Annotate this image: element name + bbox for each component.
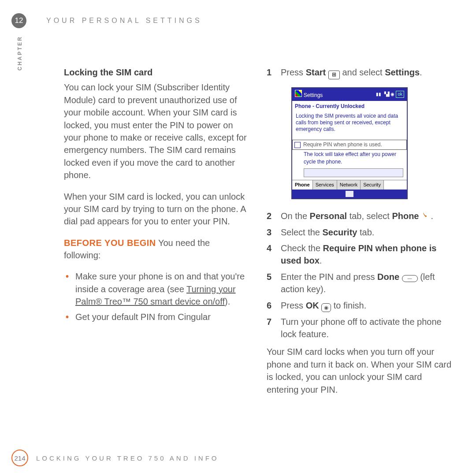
chapter-label: CHAPTER [17, 36, 23, 71]
device-body-text: Locking the SIM prevents all voice and d… [292, 110, 407, 136]
checkbox-icon [294, 142, 301, 148]
device-tab-phone: Phone [292, 180, 313, 190]
keyboard-icon [346, 191, 353, 197]
before-label: BEFORE YOU BEGIN [64, 238, 156, 248]
action-key-icon: — [402, 275, 418, 282]
signal-icon: ▮▮ ▝▟ ◉ [376, 91, 395, 97]
page-number: 214 [11, 450, 28, 466]
step-item: Enter the PIN and press Done — (left act… [267, 271, 452, 296]
start-icon: ⊞ [328, 71, 340, 79]
ok-softkey: ok [396, 91, 404, 98]
device-screenshot: Settings ▮▮ ▝▟ ◉ ok Phone - Currently Un… [291, 87, 408, 200]
step-item: Press OK ◉ to finish. [267, 299, 452, 312]
device-note: The lock will take effect after you powe… [292, 150, 407, 168]
step-item: Turn your phone off to activate the phon… [267, 316, 452, 341]
step-item: Press Start ⊞ and select Settings. Setti… [267, 66, 452, 199]
left-column: Locking the SIM card You can lock your S… [64, 66, 249, 436]
closing-paragraph: Your SIM card locks when you turn off yo… [267, 346, 452, 396]
section-heading: Locking the SIM card [64, 66, 249, 78]
device-tab-security: Security [361, 180, 384, 190]
windows-flag-icon [295, 90, 302, 97]
list-item: Get your default PIN from Cingular [64, 311, 249, 323]
paragraph: When your SIM card is locked, you can un… [64, 190, 249, 228]
step-item: Select the Security tab. [267, 226, 452, 238]
chapter-badge: 12 [11, 13, 26, 28]
device-tabs: Phone Services Network Security [292, 180, 407, 190]
step-item: Check the Require PIN when phone is used… [267, 242, 452, 267]
page-footer: 214 LOCKING YOUR TREO 750 AND INFO [11, 450, 219, 466]
running-head: YOUR PERSONAL SETTINGS [46, 17, 202, 25]
footer-text: LOCKING YOUR TREO 750 AND INFO [36, 454, 219, 462]
ok-key-icon: ◉ [321, 303, 331, 312]
before-you-begin: BEFORE YOU BEGIN You need the following: [64, 237, 249, 262]
device-disabled-input [304, 168, 403, 177]
phone-icon [421, 212, 428, 220]
paragraph: You can lock your SIM (Subscriber Identi… [64, 81, 249, 181]
device-subhead: Phone - Currently Unlocked [292, 101, 407, 110]
device-titlebar: Settings ▮▮ ▝▟ ◉ ok [292, 88, 407, 101]
right-column: Press Start ⊞ and select Settings. Setti… [267, 66, 452, 436]
device-tab-services: Services [313, 180, 337, 190]
device-checkbox-row: Require PIN when phone is used. [292, 140, 407, 150]
device-bottom-bar [292, 190, 407, 198]
step-item: On the Personal tab, select Phone . [267, 210, 452, 222]
list-item: Make sure your phone is on and that you'… [64, 270, 249, 308]
device-tab-network: Network [337, 180, 361, 190]
